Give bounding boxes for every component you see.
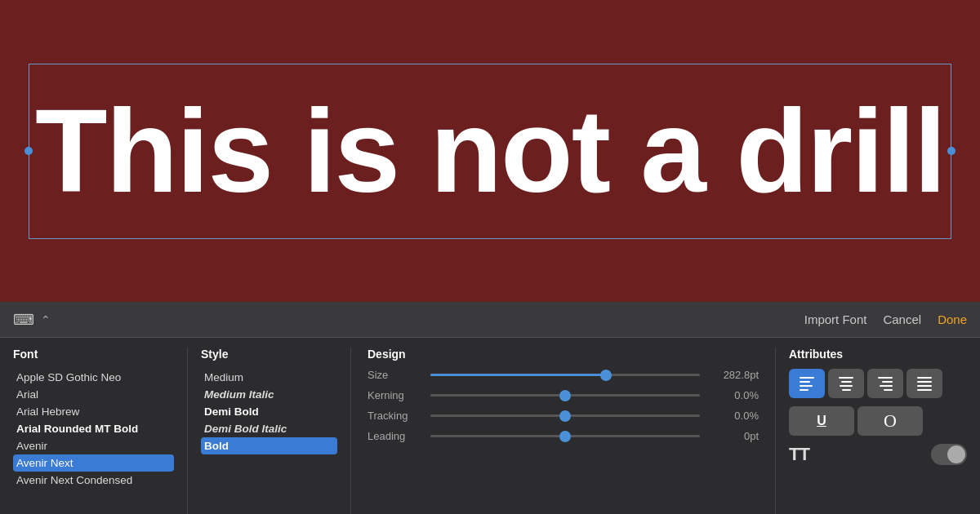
align-justify-button[interactable]	[906, 369, 942, 398]
style-item-medium[interactable]: Medium	[201, 369, 337, 386]
text-style-buttons: U O	[789, 406, 967, 436]
design-row-kerning: Kerning 0.0%	[368, 389, 759, 401]
size-slider[interactable]	[430, 374, 700, 376]
align-left-button[interactable]	[789, 369, 825, 398]
main-text[interactable]: This is not a drill	[35, 92, 945, 210]
toolbar-right: Import Font Cancel Done	[804, 312, 967, 326]
leading-label: Leading	[368, 430, 421, 442]
capitalize-toggle[interactable]	[931, 444, 967, 465]
underline-icon: U	[817, 414, 826, 428]
kerning-value: 0.0%	[710, 389, 759, 401]
font-list: Apple SD Gothic Neo Arial Arial Hebrew A…	[13, 369, 174, 489]
tracking-value: 0.0%	[710, 410, 759, 422]
style-item-bold[interactable]: Bold	[201, 437, 337, 454]
size-label: Size	[368, 369, 421, 381]
tracking-slider[interactable]	[430, 414, 700, 417]
kerning-slider[interactable]	[430, 394, 700, 397]
font-item-avenir-next-condensed[interactable]: Avenir Next Condensed	[13, 472, 174, 489]
capitalize-row: TT	[789, 444, 967, 465]
font-item-arial-rounded[interactable]: Arial Rounded MT Bold	[13, 420, 174, 437]
align-left-icon	[800, 377, 814, 391]
bottom-panel: ⌨ ⌃ Import Font Cancel Done Font Apple S…	[0, 302, 980, 514]
design-column: Design Size 282.8pt Kerning 0.0% Trackin…	[351, 348, 776, 514]
leading-slider[interactable]	[430, 435, 700, 437]
leading-value: 0pt	[710, 430, 759, 442]
toggle-knob	[947, 445, 965, 463]
font-item-avenir-next[interactable]: Avenir Next	[13, 454, 174, 472]
underline-button[interactable]: U	[789, 406, 854, 436]
font-column: Font Apple SD Gothic Neo Arial Arial Heb…	[0, 348, 188, 514]
font-item-arial[interactable]: Arial	[13, 386, 174, 403]
import-font-button[interactable]: Import Font	[804, 312, 867, 326]
text-box-container[interactable]: This is not a drill	[29, 64, 951, 239]
toolbar-left: ⌨ ⌃	[13, 311, 51, 329]
handle-left[interactable]	[24, 147, 33, 155]
style-column-header: Style	[201, 348, 337, 361]
font-column-header: Font	[13, 348, 174, 361]
attributes-column-header: Attributes	[789, 348, 967, 361]
kerning-label: Kerning	[368, 389, 421, 401]
chevron-up-icon[interactable]: ⌃	[41, 313, 51, 326]
design-row-size: Size 282.8pt	[368, 369, 759, 381]
capitalize-tt-label: TT	[789, 444, 809, 465]
oval-button[interactable]: O	[858, 406, 923, 436]
toolbar-row: ⌨ ⌃ Import Font Cancel Done	[0, 302, 980, 338]
font-item-apple-sd[interactable]: Apple SD Gothic Neo	[13, 369, 174, 386]
canvas-area: This is not a drill	[0, 0, 980, 302]
align-justify-icon	[917, 377, 932, 391]
oval-icon: O	[884, 410, 897, 432]
style-item-medium-italic[interactable]: Medium Italic	[201, 386, 337, 403]
style-item-demi-bold-italic[interactable]: Demi Bold Italic	[201, 420, 337, 437]
size-value: 282.8pt	[710, 369, 759, 381]
design-row-tracking: Tracking 0.0%	[368, 410, 759, 422]
handle-right[interactable]	[947, 147, 956, 155]
design-column-header: Design	[368, 348, 759, 361]
align-center-icon	[839, 377, 853, 391]
align-center-button[interactable]	[828, 369, 864, 398]
design-row-leading: Leading 0pt	[368, 430, 759, 442]
tracking-label: Tracking	[368, 410, 421, 422]
font-item-avenir[interactable]: Avenir	[13, 437, 174, 454]
style-list: Medium Medium Italic Demi Bold Demi Bold…	[201, 369, 337, 454]
keyboard-icon[interactable]: ⌨	[13, 311, 34, 329]
alignment-buttons	[789, 369, 967, 398]
done-button[interactable]: Done	[938, 312, 967, 326]
style-column: Style Medium Medium Italic Demi Bold Dem…	[188, 348, 351, 514]
columns-row: Font Apple SD Gothic Neo Arial Arial Heb…	[0, 338, 980, 514]
font-item-arial-hebrew[interactable]: Arial Hebrew	[13, 403, 174, 420]
attributes-column: Attributes	[776, 348, 980, 514]
align-right-icon	[878, 377, 893, 391]
align-right-button[interactable]	[867, 369, 903, 398]
cancel-button[interactable]: Cancel	[883, 312, 921, 326]
style-item-demi-bold[interactable]: Demi Bold	[201, 403, 337, 420]
